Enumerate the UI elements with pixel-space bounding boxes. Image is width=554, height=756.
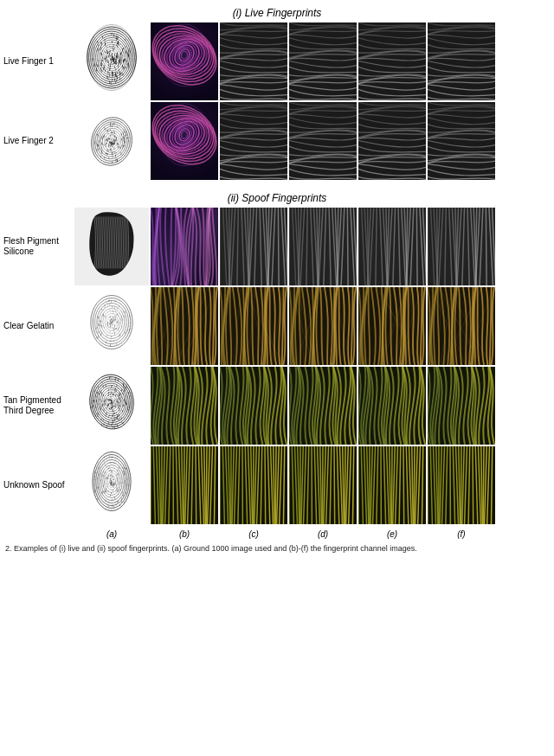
spoof1-cell-e bbox=[358, 208, 426, 285]
col-labels-row: (a) (b) (c) (d) (e) (f) bbox=[74, 529, 551, 539]
live1-cell-a bbox=[74, 22, 149, 100]
live-row-1: Live Finger 1 bbox=[3, 22, 551, 100]
figure-caption: 2. Examples of (i) live and (ii) spoof f… bbox=[3, 544, 551, 554]
live-label-1: Live Finger 1 bbox=[3, 56, 73, 67]
live2-cell-a bbox=[74, 102, 149, 180]
spoof-row-1: Flesh Pigment Silicone bbox=[3, 208, 551, 285]
spoof3-cell-f bbox=[428, 367, 495, 445]
spoof4-cell-c bbox=[220, 446, 287, 524]
live2-cell-b bbox=[151, 102, 218, 180]
spoof-row-3: Tan Pigmented Third Degree bbox=[3, 367, 551, 445]
spoof-label-4: Unknown Spoof bbox=[3, 480, 73, 490]
spoof3-cell-a bbox=[74, 367, 149, 445]
spoof4-cell-f bbox=[428, 446, 495, 524]
spoof-section: (ii) Spoof Fingerprints Flesh Pigment Si… bbox=[3, 192, 551, 524]
live1-cell-d bbox=[289, 22, 357, 100]
spoof4-cell-e bbox=[358, 446, 426, 524]
spoof3-cell-c bbox=[220, 367, 287, 445]
col-label-c: (c) bbox=[220, 529, 287, 539]
col-label-f: (f) bbox=[428, 529, 495, 539]
spoof3-cell-b bbox=[151, 367, 218, 445]
divider bbox=[3, 185, 551, 192]
live-label-2: Live Finger 2 bbox=[3, 136, 73, 146]
spoof3-cell-d bbox=[289, 367, 357, 445]
live-row-2: Live Finger 2 bbox=[3, 102, 551, 180]
live-grid: Live Finger 1 Live Finger 2 bbox=[3, 22, 551, 180]
col-label-b: (b) bbox=[151, 529, 218, 539]
live1-cell-b bbox=[151, 22, 218, 100]
live-title: (i) Live Fingerprints bbox=[3, 7, 551, 19]
spoof-title: (ii) Spoof Fingerprints bbox=[3, 192, 551, 204]
spoof2-cell-d bbox=[289, 287, 357, 365]
spoof4-cell-d bbox=[289, 446, 357, 524]
col-label-d: (d) bbox=[289, 529, 357, 539]
spoof-label-3: Tan Pigmented Third Degree bbox=[3, 395, 73, 416]
spoof-grid: Flesh Pigment Silicone Clear Gelatin bbox=[3, 208, 551, 524]
spoof3-cell-e bbox=[358, 367, 426, 445]
spoof-row-2: Clear Gelatin bbox=[3, 287, 551, 365]
live2-cell-f bbox=[428, 102, 495, 180]
live2-cell-e bbox=[358, 102, 426, 180]
live1-cell-c bbox=[220, 22, 287, 100]
live2-cell-c bbox=[220, 102, 287, 180]
spoof4-cell-a bbox=[74, 446, 149, 524]
spoof-row-4: Unknown Spoof bbox=[3, 446, 551, 524]
main-container: (i) Live Fingerprints Live Finger 1 Live… bbox=[0, 0, 554, 756]
spoof2-cell-a bbox=[74, 287, 149, 365]
spoof2-cell-b bbox=[151, 287, 218, 365]
live1-cell-f bbox=[428, 22, 495, 100]
spoof1-cell-d bbox=[289, 208, 357, 285]
col-label-a: (a) bbox=[74, 529, 149, 539]
spoof-label-2: Clear Gelatin bbox=[3, 321, 73, 331]
col-label-e: (e) bbox=[358, 529, 426, 539]
live1-cell-e bbox=[358, 22, 426, 100]
live2-cell-d bbox=[289, 102, 357, 180]
live-section: (i) Live Fingerprints Live Finger 1 Live… bbox=[3, 7, 551, 180]
spoof1-cell-f bbox=[428, 208, 495, 285]
spoof-label-1: Flesh Pigment Silicone bbox=[3, 236, 73, 257]
spoof1-cell-b bbox=[151, 208, 218, 285]
spoof2-cell-e bbox=[358, 287, 426, 365]
spoof2-cell-c bbox=[220, 287, 287, 365]
spoof1-cell-a bbox=[74, 208, 149, 285]
spoof1-cell-c bbox=[220, 208, 287, 285]
spoof2-cell-f bbox=[428, 287, 495, 365]
spoof4-cell-b bbox=[151, 446, 218, 524]
